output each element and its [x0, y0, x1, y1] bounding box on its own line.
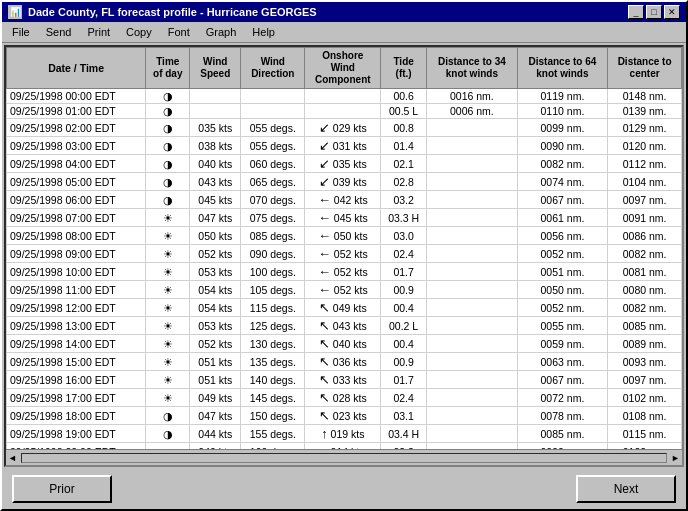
table-row: 09/25/1998 13:00 EDT☀053 kts125 degs.↖ 0…	[7, 317, 682, 335]
table-row: 09/25/1998 08:00 EDT☀050 kts085 degs.← 0…	[7, 227, 682, 245]
table-row: 09/25/1998 06:00 EDT◑045 kts070 degs.← 0…	[7, 191, 682, 209]
col-header-d34: Distance to 34knot winds	[427, 48, 518, 89]
table-row: 09/25/1998 05:00 EDT◑043 kts065 degs.↙ 0…	[7, 173, 682, 191]
menu-font[interactable]: Font	[162, 24, 196, 40]
table-row: 09/25/1998 00:00 EDT◑00.60016 nm.0119 nm…	[7, 89, 682, 104]
table-row: 09/25/1998 16:00 EDT☀051 kts140 degs.↖ 0…	[7, 371, 682, 389]
col-header-winddir: WindDirection	[241, 48, 305, 89]
table-row: 09/25/1998 12:00 EDT☀054 kts115 degs.↖ 0…	[7, 299, 682, 317]
menu-print[interactable]: Print	[81, 24, 116, 40]
table-row: 09/25/1998 15:00 EDT☀051 kts135 degs.↖ 0…	[7, 353, 682, 371]
table-row: 09/25/1998 14:00 EDT☀052 kts130 degs.↖ 0…	[7, 335, 682, 353]
table-row: 09/25/1998 02:00 EDT◑035 kts055 degs.↙ 0…	[7, 119, 682, 137]
table-row: 09/25/1998 11:00 EDT☀054 kts105 degs.← 0…	[7, 281, 682, 299]
scroll-right-icon[interactable]: ►	[669, 453, 682, 463]
table-row: 09/25/1998 18:00 EDT◑047 kts150 degs.↖ 0…	[7, 407, 682, 425]
maximize-button[interactable]: □	[646, 5, 662, 19]
table-row: 09/25/1998 10:00 EDT☀053 kts100 degs.← 0…	[7, 263, 682, 281]
menu-bar: File Send Print Copy Font Graph Help	[2, 22, 686, 43]
table-scroll[interactable]: Date / Time Timeof day WindSpeed WindDir…	[6, 47, 682, 449]
table-row: 09/25/1998 07:00 EDT☀047 kts075 degs.← 0…	[7, 209, 682, 227]
footer-bar: Prior Next	[2, 469, 686, 509]
menu-graph[interactable]: Graph	[200, 24, 243, 40]
minimize-button[interactable]: _	[628, 5, 644, 19]
app-icon: 📊	[8, 5, 22, 19]
col-header-onshore: OnshoreWindComponent	[305, 48, 381, 89]
table-container: Date / Time Timeof day WindSpeed WindDir…	[4, 45, 684, 467]
table-row: 09/25/1998 01:00 EDT◑00.5 L0006 nm.0110 …	[7, 104, 682, 119]
table-row: 09/25/1998 03:00 EDT◑038 kts055 degs.↙ 0…	[7, 137, 682, 155]
col-header-tod: Timeof day	[146, 48, 190, 89]
col-header-datetime: Date / Time	[7, 48, 146, 89]
title-bar-controls: _ □ ✕	[628, 5, 680, 19]
table-row: 09/25/1998 17:00 EDT☀049 kts145 degs.↖ 0…	[7, 389, 682, 407]
data-table: Date / Time Timeof day WindSpeed WindDir…	[6, 47, 682, 449]
table-row: 09/25/1998 09:00 EDT☀052 kts090 degs.← 0…	[7, 245, 682, 263]
window-title: Dade County, FL forecast profile - Hurri…	[28, 6, 317, 18]
next-button[interactable]: Next	[576, 475, 676, 503]
col-header-dcenter: Distance tocenter	[608, 48, 682, 89]
col-header-windspeed: WindSpeed	[190, 48, 241, 89]
main-window: 📊 Dade County, FL forecast profile - Hur…	[0, 0, 688, 511]
table-row: 09/25/1998 04:00 EDT◑040 kts060 degs.↙ 0…	[7, 155, 682, 173]
close-button[interactable]: ✕	[664, 5, 680, 19]
title-bar-left: 📊 Dade County, FL forecast profile - Hur…	[8, 5, 317, 19]
scroll-left-icon[interactable]: ◄	[6, 453, 19, 463]
menu-file[interactable]: File	[6, 24, 36, 40]
horizontal-scrollbar[interactable]: ◄ ►	[6, 449, 682, 465]
title-bar: 📊 Dade County, FL forecast profile - Hur…	[2, 2, 686, 22]
col-header-d64: Distance to 64knot winds	[517, 48, 608, 89]
menu-help[interactable]: Help	[246, 24, 281, 40]
col-header-tide: Tide(ft.)	[381, 48, 427, 89]
menu-send[interactable]: Send	[40, 24, 78, 40]
table-row: 09/25/1998 19:00 EDT◑044 kts155 degs.↑ 0…	[7, 425, 682, 443]
prior-button[interactable]: Prior	[12, 475, 112, 503]
menu-copy[interactable]: Copy	[120, 24, 158, 40]
